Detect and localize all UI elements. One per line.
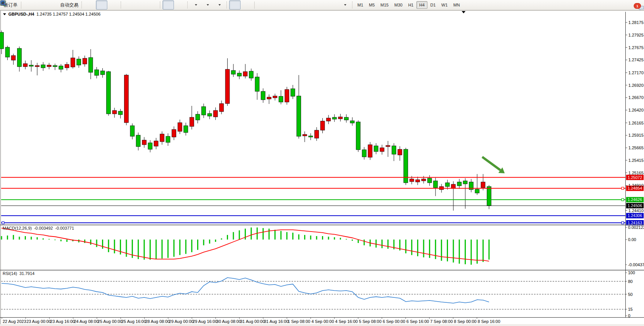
macd-signal-value: -0.003771: [55, 226, 74, 230]
cursor-button[interactable]: [229, 0, 241, 10]
zoom-out-button[interactable]: [135, 0, 147, 10]
rsi-indicator-label: RSI(14) 31.7914: [3, 271, 35, 276]
svg-text:31 Aug 16:00: 31 Aug 16:00: [264, 319, 289, 324]
window-bottom-edge: [0, 324, 644, 326]
trendline-button[interactable]: [280, 0, 292, 10]
auto-trading-button[interactable]: 自动交易: [59, 0, 80, 10]
fibonacci-button[interactable]: F: [304, 0, 315, 10]
ingot-button[interactable]: [23, 0, 35, 10]
svg-text:1.25665: 1.25665: [628, 145, 644, 150]
tab-h1[interactable]: H1: [405, 1, 416, 9]
svg-text:22 Aug 2023: 22 Aug 2023: [3, 319, 26, 324]
horizontal-line-button[interactable]: [268, 0, 280, 10]
chart-top-marker: [462, 11, 465, 13]
svg-text:24 Aug 08:00: 24 Aug 08:00: [74, 319, 99, 324]
toolbar-grip: [226, 2, 228, 8]
chart-canvas[interactable]: 1.250721.248541.246261.245061.243061.241…: [0, 0, 644, 326]
toolbar-grip: [81, 2, 83, 8]
tab-m1[interactable]: M1: [355, 1, 366, 9]
svg-text:50: 50: [628, 292, 633, 297]
toolbar-separator: [254, 2, 255, 9]
svg-text:1.24410: 1.24410: [628, 208, 644, 213]
svg-text:1.27675: 1.27675: [628, 45, 644, 50]
svg-text:1.26420: 1.26420: [628, 108, 644, 112]
tab-m5[interactable]: M5: [366, 1, 377, 9]
line-handle: [622, 222, 624, 224]
rsi-line: [2, 278, 489, 303]
toolbar-grip: [352, 2, 353, 8]
tile-windows-button[interactable]: [147, 0, 158, 10]
line-chart-button[interactable]: [108, 0, 119, 10]
chart-shift-button[interactable]: [174, 0, 186, 10]
price-axis: 1.281751.279251.276751.274251.271701.269…: [625, 20, 644, 213]
svg-text:1.25072: 1.25072: [628, 175, 642, 180]
chart-title: GBPUSD-,H4 1.24735 1.24757 1.24504 1.245…: [3, 12, 100, 16]
auto-scroll-button[interactable]: [163, 0, 174, 10]
rsi-name: RSI(14): [3, 271, 17, 276]
arrows-button[interactable]: [339, 0, 351, 10]
tab-m15[interactable]: M15: [378, 1, 391, 9]
candlestick-series: [0, 30, 491, 211]
indicators-button[interactable]: [190, 0, 201, 10]
svg-text:5 Sep 08:00: 5 Sep 08:00: [359, 319, 381, 324]
auto-trading-label: 自动交易: [60, 2, 78, 8]
macd-axis: 0.0021230.00-0.004378: [625, 225, 644, 267]
crosshair-button[interactable]: [241, 0, 252, 10]
svg-text:29 Aug 16:00: 29 Aug 16:00: [193, 319, 217, 324]
svg-text:1.24306: 1.24306: [628, 213, 642, 218]
line-handle: [2, 222, 4, 224]
line-handle: [622, 187, 624, 189]
equidistant-channel-button[interactable]: E: [292, 0, 303, 10]
svg-text:4 Sep 16:00: 4 Sep 16:00: [335, 319, 358, 324]
toolbar-grip: [187, 2, 188, 8]
svg-text:1.26165: 1.26165: [628, 121, 644, 125]
macd-histogram: [1, 227, 490, 265]
text-button[interactable]: A: [316, 0, 327, 10]
rsi-pane: [1, 278, 625, 309]
svg-text:6 Sep 16:00: 6 Sep 16:00: [406, 319, 429, 324]
periods-button[interactable]: [202, 0, 213, 10]
templates-button[interactable]: [214, 0, 225, 10]
svg-text:1.26920: 1.26920: [628, 83, 644, 88]
profile-button[interactable]: [35, 0, 46, 10]
tab-mn[interactable]: MN: [451, 1, 462, 9]
dropdown-caret: [207, 4, 209, 6]
rsi-value: 31.7914: [19, 271, 35, 276]
tab-w1[interactable]: W1: [439, 1, 451, 9]
vertical-line-button[interactable]: [257, 0, 268, 10]
svg-text:30 Aug 08:00: 30 Aug 08:00: [217, 319, 241, 324]
text-label-button[interactable]: T: [327, 0, 339, 10]
search-icon[interactable]: [0, 0, 6, 6]
svg-text:25 Aug 16:00: 25 Aug 16:00: [121, 319, 146, 324]
chart-menu-icon[interactable]: [3, 13, 6, 15]
svg-text:1.25415: 1.25415: [628, 158, 644, 163]
svg-text:1.24910: 1.24910: [628, 183, 644, 188]
svg-text:8 Sep 16:00: 8 Sep 16:00: [478, 319, 500, 324]
tab-h4[interactable]: H4: [416, 1, 427, 9]
svg-text:8 Sep 00:00: 8 Sep 00:00: [454, 319, 477, 324]
svg-text:100: 100: [628, 270, 635, 275]
toolbar-grip: [160, 2, 161, 8]
svg-text:15: 15: [628, 307, 633, 312]
svg-text:1.27425: 1.27425: [628, 58, 644, 62]
zoom-in-button[interactable]: [123, 0, 135, 10]
svg-text:28 Aug 08:00: 28 Aug 08:00: [145, 319, 170, 324]
tab-d1[interactable]: D1: [428, 1, 438, 9]
tab-m30[interactable]: M30: [392, 1, 405, 9]
svg-text:80: 80: [628, 279, 633, 284]
toolbar-separator: [21, 2, 21, 9]
price-lines: 1.250721.248541.246261.245061.243061.241…: [1, 175, 644, 225]
toolbar: 新订单: [0, 0, 644, 10]
trend-arrow-annotation: [482, 157, 505, 173]
signals-button[interactable]: [47, 0, 58, 10]
svg-text:1.28175: 1.28175: [628, 20, 644, 25]
svg-text:4 Sep 00:00: 4 Sep 00:00: [311, 319, 334, 324]
svg-text:1.25915: 1.25915: [628, 133, 644, 137]
toolbar-grip: [121, 2, 122, 8]
svg-text:0.002123: 0.002123: [628, 225, 644, 230]
time-axis: 22 Aug 202323 Aug 00:0023 Aug 16:0024 Au…: [2, 317, 500, 324]
line-handle: [622, 198, 624, 201]
bar-chart-button[interactable]: [84, 0, 96, 10]
candlestick-chart-button[interactable]: [96, 0, 107, 10]
svg-text:1.24626: 1.24626: [628, 197, 642, 202]
